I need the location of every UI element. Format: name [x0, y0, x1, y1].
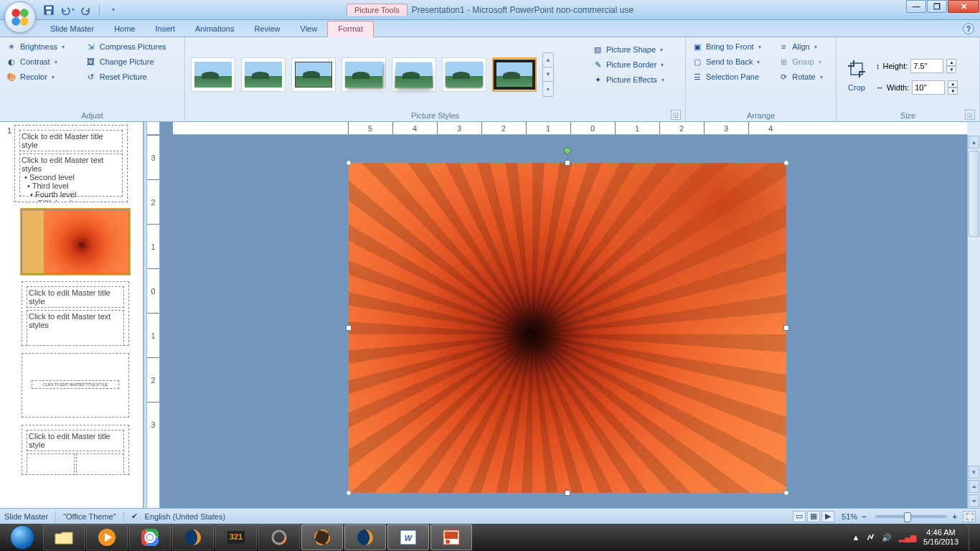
office-button[interactable] — [4, 1, 36, 33]
zoom-slider[interactable] — [875, 515, 947, 518]
change-picture-button[interactable]: 🖼Change Picture — [83, 55, 182, 69]
slideshow-view-button[interactable]: ▶ — [821, 511, 834, 522]
tray-battery-icon[interactable]: 🗲 — [867, 533, 875, 542]
picture-border-button[interactable]: ✎Picture Border▾ — [589, 57, 682, 72]
style-preset-3[interactable] — [291, 57, 336, 92]
tab-view[interactable]: View — [291, 22, 328, 37]
taskbar-wmp[interactable] — [86, 524, 128, 550]
sorter-view-button[interactable]: ▦ — [807, 511, 820, 522]
selected-picture[interactable] — [348, 162, 787, 494]
gallery-scroll-up[interactable]: ▲ — [543, 53, 553, 67]
close-button[interactable]: ✕ — [948, 0, 979, 13]
height-input[interactable] — [910, 59, 943, 73]
bring-to-front-button[interactable]: ▣Bring to Front▾ — [689, 39, 773, 54]
redo-button[interactable] — [79, 3, 93, 17]
start-button[interactable] — [3, 524, 42, 550]
tray-volume-icon[interactable]: 🔊 — [882, 533, 892, 542]
resize-handle-sw[interactable] — [346, 490, 352, 496]
tab-format[interactable]: Format — [327, 21, 374, 37]
vertical-ruler[interactable]: 3210123 — [147, 135, 160, 508]
normal-view-button[interactable]: ▭ — [793, 511, 806, 522]
save-button[interactable] — [42, 3, 56, 17]
taskbar-app-2[interactable] — [301, 524, 343, 550]
tray-show-hidden[interactable]: ▲ — [852, 533, 859, 542]
tray-clock[interactable]: 4:46 AM 5/16/2013 — [923, 528, 958, 547]
width-spin-down[interactable]: ▼ — [948, 88, 958, 95]
qat-customize-button[interactable]: ▾ — [105, 3, 120, 17]
tab-animations[interactable]: Animations — [185, 22, 244, 37]
taskbar-firefox-1[interactable] — [172, 524, 214, 550]
height-spin-down[interactable]: ▼ — [946, 66, 956, 73]
layout-thumb-1[interactable] — [3, 209, 141, 274]
zoom-out-button[interactable]: − — [862, 512, 866, 521]
send-to-back-button[interactable]: ▢Send to Back▾ — [689, 55, 773, 69]
tab-insert[interactable]: Insert — [145, 22, 185, 37]
resize-handle-se[interactable] — [783, 490, 789, 496]
layout-thumb-4[interactable]: Click to edit Master title style — [3, 425, 141, 475]
crop-button[interactable]: Crop — [839, 55, 874, 95]
style-preset-5[interactable] — [392, 57, 436, 92]
style-preset-1[interactable] — [191, 57, 235, 92]
width-spin-up[interactable]: ▲ — [948, 80, 958, 88]
rotate-button[interactable]: ⟳Rotate▾ — [775, 70, 833, 84]
style-preset-6[interactable] — [442, 57, 486, 92]
height-spin-up[interactable]: ▲ — [946, 59, 956, 66]
minimize-button[interactable]: — — [906, 0, 926, 13]
style-preset-2[interactable] — [241, 57, 286, 92]
width-input[interactable] — [912, 80, 945, 95]
prev-slide-button[interactable]: ⏶ — [969, 480, 979, 493]
style-preset-4[interactable] — [341, 57, 386, 92]
style-preset-7[interactable] — [492, 57, 537, 92]
align-button[interactable]: ≡Align▾ — [775, 39, 833, 54]
layout-thumb-2[interactable]: Click to edit Master title style Click t… — [3, 281, 141, 346]
tray-network-icon[interactable]: ▂▄▆ — [899, 533, 916, 542]
gallery-more-button[interactable]: ▾ — [543, 82, 553, 96]
maximize-button[interactable]: ❐ — [927, 0, 947, 13]
resize-handle-ne[interactable] — [783, 160, 789, 166]
resize-handle-n[interactable] — [565, 160, 570, 166]
group-button[interactable]: ⊞Group▾ — [775, 55, 833, 69]
vertical-scrollbar[interactable]: ▲ ▼ ⏶ ⏷ — [967, 135, 980, 508]
taskbar-chrome[interactable] — [129, 524, 171, 550]
horizontal-ruler[interactable]: 5432101234 — [173, 122, 967, 135]
recolor-button[interactable]: 🎨Recolor▾ — [3, 70, 81, 84]
show-desktop-button[interactable] — [969, 524, 974, 550]
slide-master-thumb[interactable]: 1 Click to edit Master title style Click… — [3, 125, 141, 202]
taskbar-mpc[interactable]: 321 — [215, 524, 257, 550]
resize-handle-s[interactable] — [565, 490, 570, 496]
tab-review[interactable]: Review — [244, 22, 290, 37]
brightness-button[interactable]: ☀Brightness▾ — [3, 39, 81, 54]
reset-picture-button[interactable]: ↺Reset Picture — [83, 70, 182, 84]
taskbar-firefox-2[interactable] — [344, 524, 386, 550]
scroll-up-button[interactable]: ▲ — [969, 136, 979, 149]
zoom-percent[interactable]: 51% — [842, 512, 857, 521]
undo-button[interactable]: ▾ — [60, 3, 75, 17]
compress-pictures-button[interactable]: ⇲Compress Pictures — [83, 39, 182, 54]
spellcheck-icon[interactable]: ✔ — [131, 512, 138, 521]
gallery-scroll-down[interactable]: ▼ — [543, 67, 553, 82]
selection-pane-button[interactable]: ☰Selection Pane — [689, 70, 773, 84]
rotate-handle[interactable] — [564, 147, 571, 154]
scroll-track[interactable] — [968, 149, 980, 465]
scroll-thumb[interactable] — [969, 151, 979, 237]
resize-handle-e[interactable] — [783, 325, 789, 331]
slide-thumbnails-panel[interactable]: 1 Click to edit Master title style Click… — [0, 122, 143, 508]
layout-thumb-3[interactable]: CLICK TO EDIT MASTER TITLE STYLE — [3, 353, 141, 418]
scroll-down-button[interactable]: ▼ — [969, 466, 979, 479]
fit-to-window-button[interactable]: ⛶ — [963, 511, 976, 522]
tab-home[interactable]: Home — [104, 22, 145, 37]
styles-dialog-launcher[interactable]: ◲ — [671, 110, 681, 120]
taskbar-word[interactable]: W — [387, 524, 429, 550]
resize-handle-nw[interactable] — [346, 160, 352, 166]
status-language[interactable]: English (United States) — [145, 512, 226, 521]
contrast-button[interactable]: ◐Contrast▾ — [3, 55, 81, 69]
resize-handle-w[interactable] — [346, 325, 352, 331]
size-dialog-launcher[interactable]: ◲ — [965, 110, 975, 120]
picture-shape-button[interactable]: ▧Picture Shape▾ — [589, 42, 682, 57]
slide-canvas[interactable] — [160, 135, 967, 508]
zoom-in-button[interactable]: + — [953, 512, 957, 521]
tab-slide-master[interactable]: Slide Master — [40, 22, 104, 37]
next-slide-button[interactable]: ⏷ — [969, 494, 979, 507]
taskbar-explorer[interactable] — [43, 524, 85, 550]
taskbar-app-1[interactable] — [258, 524, 300, 550]
